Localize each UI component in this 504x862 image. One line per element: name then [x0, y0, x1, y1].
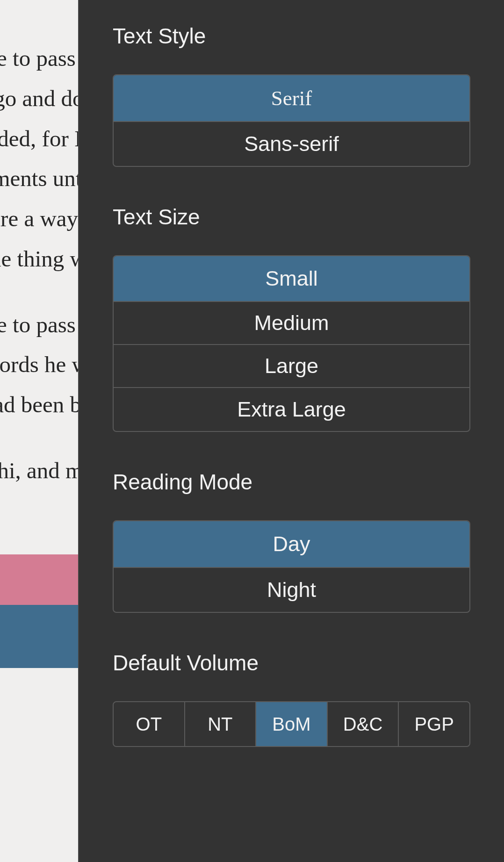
- option-extra-large[interactable]: Extra Large: [114, 388, 469, 431]
- group-default-volume: OT NT BoM D&C PGP: [113, 701, 470, 747]
- settings-panel: Text Style Serif Sans-serif Text Size Sm…: [78, 0, 504, 862]
- option-large[interactable]: Large: [114, 345, 469, 388]
- option-volume-pgp[interactable]: PGP: [399, 702, 469, 746]
- heading-default-volume: Default Volume: [113, 650, 470, 675]
- option-small[interactable]: Small: [114, 256, 469, 302]
- bottom-volume-slot-2[interactable]: [0, 605, 56, 668]
- option-volume-bom[interactable]: BoM: [256, 702, 328, 746]
- group-text-size: Small Medium Large Extra Large: [113, 255, 470, 432]
- heading-reading-mode: Reading Mode: [113, 469, 470, 495]
- group-text-style: Serif Sans-serif: [113, 74, 470, 167]
- option-night[interactable]: Night: [114, 568, 469, 612]
- option-sans-serif[interactable]: Sans-serif: [114, 122, 469, 166]
- option-volume-nt[interactable]: NT: [185, 702, 257, 746]
- option-serif[interactable]: Serif: [114, 75, 469, 122]
- heading-text-style: Text Style: [113, 23, 470, 49]
- group-reading-mode: Day Night: [113, 520, 470, 613]
- heading-text-size: Text Size: [113, 204, 470, 230]
- option-volume-dc[interactable]: D&C: [328, 702, 399, 746]
- option-day[interactable]: Day: [114, 521, 469, 568]
- option-medium[interactable]: Medium: [114, 302, 469, 345]
- app-root: 7. And it came to pass that I, Nephi, sa…: [0, 0, 504, 862]
- option-volume-ot[interactable]: OT: [114, 702, 185, 746]
